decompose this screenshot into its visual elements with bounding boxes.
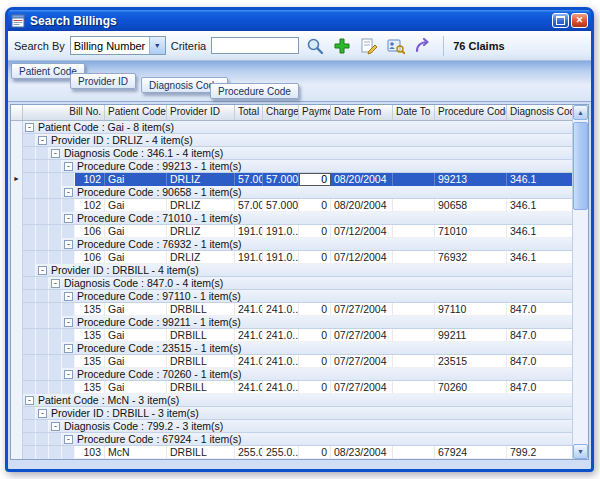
group-row[interactable]: -Procedure Code : 76932 - 1 item(s) (11, 238, 572, 251)
group-row[interactable]: -Procedure Code : 99213 - 1 item(s) (11, 160, 572, 173)
collapse-icon[interactable]: - (38, 136, 47, 145)
vertical-scrollbar[interactable]: ▲ ▼ (572, 105, 588, 459)
indent-gutter (23, 238, 62, 250)
add-plus-icon (333, 37, 351, 55)
column-header-5[interactable]: Payme... (299, 105, 331, 120)
cell-1: Gai (105, 303, 167, 316)
group-row[interactable]: -Procedure Code : 23515 - 1 item(s) (11, 342, 572, 355)
cell-2: DRBILL (167, 329, 235, 342)
column-header-4[interactable]: Charges (263, 105, 299, 120)
combo-dropdown-button[interactable]: ▼ (149, 37, 165, 54)
collapse-icon[interactable]: - (25, 396, 34, 405)
collapse-icon[interactable]: - (38, 409, 47, 418)
table-row[interactable]: 135GaiDRBILL241.0...241.0...007/27/20042… (11, 355, 572, 368)
title-bar[interactable]: Search Billings ✕ (8, 10, 591, 31)
collapse-icon[interactable]: - (64, 188, 73, 197)
column-header-9[interactable]: Diagnosis Code (507, 105, 575, 120)
collapse-icon[interactable]: - (64, 240, 73, 249)
collapse-icon[interactable]: - (51, 149, 60, 158)
group-row[interactable]: -Procedure Code : 90658 - 1 item(s) (11, 186, 572, 199)
cell-4: 57.0000 (263, 199, 299, 212)
cell-5[interactable]: 0 (299, 173, 331, 186)
undo-button[interactable] (412, 35, 434, 57)
group-row[interactable]: -Provider ID : DRLIZ - 4 item(s) (11, 134, 572, 147)
cell-3: 241.0... (235, 329, 263, 342)
collapse-icon[interactable]: - (64, 370, 73, 379)
criteria-input[interactable] (211, 37, 299, 54)
table-row[interactable]: 102GaiDRLIZ57.00...57.0000008/20/2004906… (11, 199, 572, 212)
indent-gutter (23, 303, 75, 316)
table-row[interactable]: 106GaiDRLIZ191.0...191.0...007/12/200476… (11, 251, 572, 264)
indent-gutter (23, 329, 75, 342)
collapse-icon[interactable]: - (64, 344, 73, 353)
group-tab-procedure-code[interactable]: Procedure Code (210, 83, 299, 99)
group-row[interactable]: -Procedure Code : 70260 - 1 item(s) (11, 368, 572, 381)
group-row[interactable]: -Provider ID : DRBILL - 4 item(s) (11, 264, 572, 277)
maximize-button[interactable] (552, 13, 569, 28)
group-row[interactable]: -Procedure Code : 97110 - 1 item(s) (11, 290, 572, 303)
scroll-up-button[interactable]: ▲ (573, 105, 588, 120)
cell-9: 346.1 (507, 251, 572, 264)
cell-9: 847.0 (507, 355, 572, 368)
patient-lookup-button[interactable] (385, 35, 407, 57)
group-row[interactable]: -Procedure Code : 99211 - 1 item(s) (11, 316, 572, 329)
group-row[interactable]: -Diagnosis Code : 346.1 - 4 item(s) (11, 147, 572, 160)
cell-7 (393, 251, 435, 264)
group-row[interactable]: -Provider ID : DRBILL - 3 item(s) (11, 407, 572, 420)
row-indicator (11, 264, 23, 277)
group-tab-provider-id[interactable]: Provider ID (70, 73, 136, 89)
group-row[interactable]: -Procedure Code : 71010 - 1 item(s) (11, 212, 572, 225)
group-row[interactable]: -Patient Code : McN - 3 item(s) (11, 394, 572, 407)
window-title: Search Billings (30, 14, 550, 28)
row-indicator (11, 381, 23, 394)
cell-8: 90658 (435, 199, 507, 212)
search-by-combobox[interactable]: Billing Number ▼ (70, 36, 166, 55)
indent-gutter (23, 160, 62, 172)
collapse-icon[interactable]: - (38, 266, 47, 275)
collapse-icon[interactable]: - (64, 318, 73, 327)
column-header-0[interactable]: Bill No. (23, 105, 105, 120)
collapse-icon[interactable]: - (51, 279, 60, 288)
close-button[interactable]: ✕ (571, 13, 588, 28)
column-header-7[interactable]: Date To (393, 105, 435, 120)
collapse-icon[interactable]: - (25, 123, 34, 132)
collapse-icon[interactable]: - (64, 162, 73, 171)
row-indicator (11, 121, 23, 134)
column-header-3[interactable]: Total (235, 105, 263, 120)
add-claim-button[interactable] (331, 35, 353, 57)
cell-5: 0 (299, 199, 331, 212)
table-row[interactable]: ►102GaiDRLIZ57.00...57.0000008/20/200499… (11, 173, 572, 186)
cell-2: DRLIZ (167, 225, 235, 238)
cell-4: 255.0... (263, 446, 299, 459)
scroll-down-button[interactable]: ▼ (573, 444, 588, 459)
cell-8: 99211 (435, 329, 507, 342)
group-row[interactable]: -Diagnosis Code : 847.0 - 4 item(s) (11, 277, 572, 290)
row-indicator (11, 147, 23, 160)
cell-8: 67924 (435, 446, 507, 459)
table-row[interactable]: 135GaiDRBILL241.0...241.0...007/27/20049… (11, 303, 572, 316)
group-row[interactable]: -Procedure Code : 67924 - 1 item(s) (11, 433, 572, 446)
edit-claim-button[interactable] (358, 35, 380, 57)
collapse-icon[interactable]: - (64, 435, 73, 444)
row-indicator (11, 303, 23, 316)
collapse-icon[interactable]: - (64, 214, 73, 223)
cell-1: Gai (105, 251, 167, 264)
group-row[interactable]: -Diagnosis Code : 799.2 - 3 item(s) (11, 420, 572, 433)
scroll-thumb[interactable] (573, 122, 588, 210)
column-header-6[interactable]: Date From (331, 105, 393, 120)
collapse-icon[interactable]: - (64, 292, 73, 301)
table-row[interactable]: 135GaiDRBILL241.0...241.0...007/27/20049… (11, 329, 572, 342)
search-button[interactable] (304, 35, 326, 57)
column-header-1[interactable]: Patient Code (105, 105, 167, 120)
table-row[interactable]: 135GaiDRBILL241.0...241.0...007/27/20047… (11, 381, 572, 394)
group-row-label: Procedure Code : 67924 - 1 item(s) (77, 433, 242, 445)
table-row[interactable]: 106GaiDRLIZ191.0...191.0...007/12/200471… (11, 225, 572, 238)
column-header-2[interactable]: Provider ID (167, 105, 235, 120)
claims-count: 76 Claims (453, 40, 504, 52)
group-row[interactable]: -Patient Code : Gai - 8 item(s) (11, 121, 572, 134)
row-indicator (11, 212, 23, 225)
column-header-8[interactable]: Procedure Code (435, 105, 507, 120)
collapse-icon[interactable]: - (51, 422, 60, 431)
cell-5: 0 (299, 303, 331, 316)
table-row[interactable]: 103McNDRBILL255.0...255.0...008/23/20046… (11, 446, 572, 459)
